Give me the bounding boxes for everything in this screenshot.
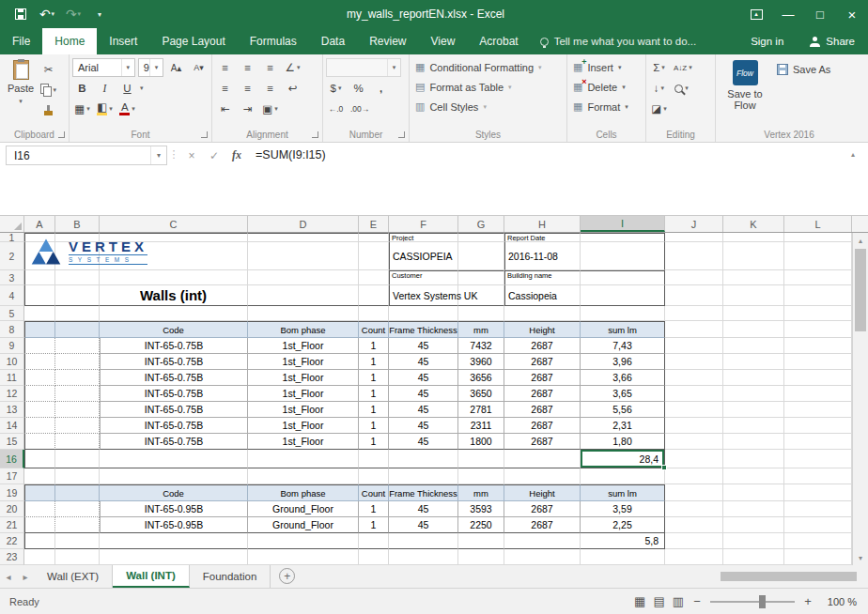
maximize-button[interactable]: □ — [804, 2, 836, 26]
cell-L9[interactable] — [784, 338, 852, 354]
row-header-14[interactable]: 14 — [0, 418, 24, 434]
align-top-button[interactable]: ≡ — [215, 59, 235, 77]
cell-F20[interactable]: 45 — [389, 501, 458, 517]
cell-G8[interactable]: mm — [458, 321, 504, 338]
redo-button[interactable]: ↷▾ — [62, 2, 85, 26]
cell-F11[interactable]: 45 — [389, 370, 458, 386]
cell-E17[interactable] — [359, 468, 389, 484]
cell-H16[interactable] — [504, 450, 581, 468]
cell-B10[interactable] — [55, 354, 100, 370]
cell-G5[interactable] — [458, 306, 504, 321]
cell-G15[interactable]: 1800 — [458, 434, 504, 450]
row-header-13[interactable]: 13 — [0, 402, 24, 418]
cell-B20[interactable] — [55, 501, 100, 517]
undo-button[interactable]: ↶▾ — [36, 2, 58, 26]
cell-C10[interactable]: INT-65-0.75B — [100, 354, 248, 370]
save-to-flow-button[interactable]: Flow Save to Flow — [719, 57, 771, 114]
cut-button[interactable]: ✂ — [39, 60, 58, 78]
cell-I4[interactable] — [581, 285, 665, 306]
clipboard-dialog-launcher[interactable] — [58, 131, 65, 138]
cell-F22[interactable] — [389, 533, 458, 549]
cell-A12[interactable] — [24, 386, 55, 402]
cell-C19[interactable]: Code — [100, 484, 248, 501]
cell-G2[interactable] — [458, 242, 504, 270]
cell-D21[interactable]: Ground_Floor — [248, 517, 359, 533]
cell-E4[interactable] — [359, 285, 389, 306]
cell-J2[interactable] — [665, 242, 723, 270]
cell-I17[interactable] — [581, 468, 665, 484]
cell-E15[interactable]: 1 — [359, 434, 389, 450]
cell-B16[interactable] — [55, 450, 100, 468]
cell-D17[interactable] — [248, 468, 359, 484]
italic-button[interactable]: I — [95, 80, 115, 98]
cell-J15[interactable] — [665, 434, 723, 450]
font-name-select[interactable]: Arial▾ — [72, 58, 135, 77]
cell-E22[interactable] — [359, 533, 389, 549]
cell-H17[interactable] — [504, 468, 581, 484]
increase-indent-button[interactable]: ⇥ — [238, 100, 257, 118]
borders-button[interactable]: ▦▾ — [72, 100, 92, 118]
col-header-H[interactable]: H — [504, 216, 581, 232]
number-format-select[interactable]: ▾ — [326, 58, 401, 77]
font-size-select[interactable]: 9▾ — [138, 58, 163, 77]
font-color-button[interactable]: A▾ — [117, 100, 137, 118]
row-header-11[interactable]: 11 — [0, 370, 24, 386]
sheet-tab-wall-int[interactable]: Wall (INT) — [113, 565, 190, 588]
cell-G23[interactable] — [458, 549, 504, 565]
cell-E14[interactable]: 1 — [359, 418, 389, 434]
cell-J11[interactable] — [665, 370, 723, 386]
enter-formula-button[interactable]: ✓ — [203, 146, 225, 165]
cell-H15[interactable]: 2687 — [504, 434, 581, 450]
format-cells-button[interactable]: ▦Format▾ — [570, 97, 643, 116]
cell-H23[interactable] — [504, 549, 581, 565]
cell-D19[interactable]: Bom phase — [248, 484, 359, 501]
formula-bar-splitter[interactable]: ⋮ — [167, 146, 180, 161]
tab-file[interactable]: File — [0, 28, 42, 54]
format-as-table-button[interactable]: ▤Format as Table▾ — [412, 77, 564, 97]
normal-view-button[interactable]: ▦ — [634, 594, 645, 608]
scroll-down-arrow[interactable]: ▾ — [853, 550, 868, 565]
cell-K10[interactable] — [723, 354, 784, 370]
insert-function-button[interactable]: fx — [225, 146, 248, 165]
cell-I8[interactable]: sum lm — [581, 321, 665, 338]
cell-H10[interactable]: 2687 — [504, 354, 581, 370]
cell-H5[interactable] — [504, 306, 581, 321]
cell-E20[interactable]: 1 — [359, 501, 389, 517]
cell-C15[interactable]: INT-65-0.75B — [100, 434, 248, 450]
col-header-A[interactable]: A — [24, 216, 55, 232]
cell-J4[interactable] — [665, 285, 723, 306]
cell-A13[interactable] — [24, 402, 55, 418]
cell-C13[interactable]: INT-65-0.75B — [100, 402, 248, 418]
cell-F1[interactable]: Project — [389, 233, 458, 242]
cell-H2[interactable]: 2016-11-08 — [504, 242, 581, 270]
cell-H3[interactable]: Building name — [504, 270, 581, 285]
cell-B3[interactable] — [55, 270, 100, 285]
cell-C3[interactable] — [100, 270, 248, 285]
cell-L8[interactable] — [784, 321, 852, 338]
cell-E21[interactable]: 1 — [359, 517, 389, 533]
cell-K19[interactable] — [723, 484, 784, 501]
scroll-up-arrow[interactable]: ▴ — [853, 233, 868, 248]
cell-C8[interactable]: Code — [100, 321, 248, 338]
cell-I16[interactable]: 28,4 — [581, 450, 665, 468]
cell-L15[interactable] — [784, 434, 852, 450]
ribbon-display-options-button[interactable]: ▴ — [740, 2, 772, 26]
col-header-D[interactable]: D — [248, 216, 359, 232]
cell-E12[interactable]: 1 — [359, 386, 389, 402]
align-middle-button[interactable]: ≡ — [238, 59, 257, 77]
name-box[interactable]: I16 ▾ — [6, 146, 167, 165]
cell-B5[interactable] — [55, 306, 100, 321]
cell-A11[interactable] — [24, 370, 55, 386]
cell-F14[interactable]: 45 — [389, 418, 458, 434]
decrease-font-button[interactable]: A▾ — [189, 59, 209, 77]
cell-H20[interactable]: 2687 — [504, 501, 581, 517]
row-header-8[interactable]: 8 — [0, 321, 24, 338]
cell-C16[interactable] — [100, 450, 248, 468]
row-header-4[interactable]: 4 — [0, 285, 24, 306]
cell-C20[interactable]: INT-65-0.95B — [100, 501, 248, 517]
zoom-out-button[interactable]: − — [691, 594, 703, 608]
cell-I5[interactable] — [581, 306, 665, 321]
font-dialog-launcher[interactable] — [201, 131, 208, 138]
cell-D1[interactable] — [248, 233, 359, 242]
cell-C21[interactable]: INT-65-0.95B — [100, 517, 248, 533]
